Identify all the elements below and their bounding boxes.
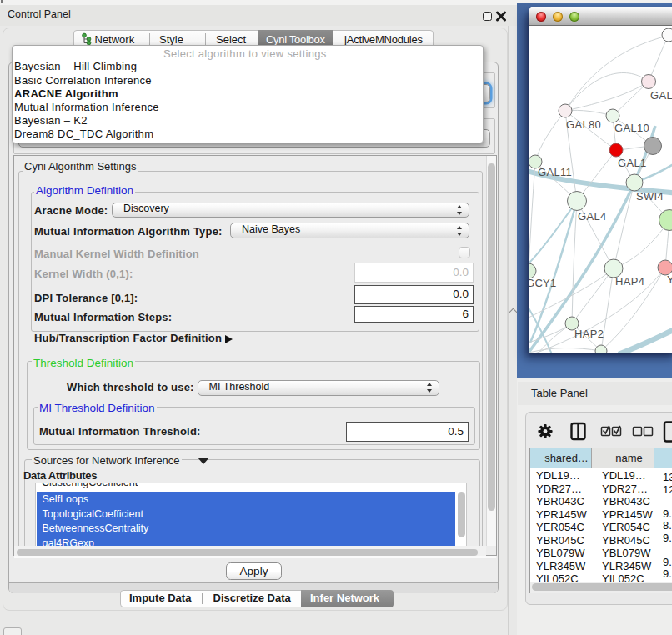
svg-text:HAP4: HAP4 [615, 275, 644, 288]
svg-text:HAP2: HAP2 [574, 328, 604, 340]
svg-text:GCY1: GCY1 [529, 277, 557, 289]
svg-text:Y: Y [667, 273, 672, 286]
svg-text:SWI4: SWI4 [636, 190, 664, 202]
svg-text:GAL11: GAL11 [538, 166, 572, 178]
svg-text:GAL1: GAL1 [618, 157, 646, 169]
svg-text:GAL4: GAL4 [578, 210, 606, 222]
svg-text:GAL80: GAL80 [566, 118, 601, 131]
svg-text:GAL10: GAL10 [614, 122, 649, 134]
svg-text:GAL7: GAL7 [650, 89, 672, 102]
